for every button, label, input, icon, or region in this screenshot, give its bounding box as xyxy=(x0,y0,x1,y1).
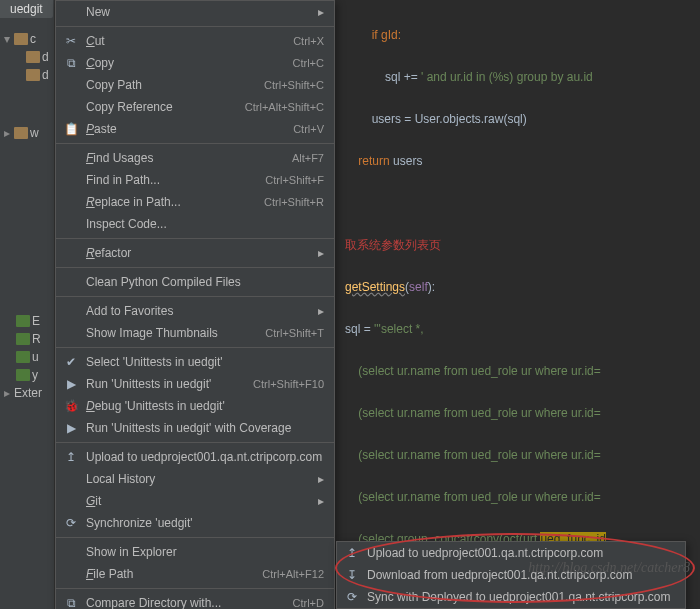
menu-item[interactable]: ↥Upload to uedproject001.qa.nt.ctripcorp… xyxy=(56,446,334,468)
menu-label: Copy Reference xyxy=(86,100,245,114)
menu-item[interactable]: ▶Run 'Unittests in uedgit'Ctrl+Shift+F10 xyxy=(56,373,334,395)
menu-icon xyxy=(62,216,80,232)
menu-item[interactable]: New▸ xyxy=(56,1,334,23)
menu-item[interactable]: Find UsagesAlt+F7 xyxy=(56,147,334,169)
menu-icon xyxy=(62,325,80,341)
menu-item[interactable]: ✔Select 'Unittests in uedgit' xyxy=(56,351,334,373)
menu-item[interactable]: ⧉CopyCtrl+C xyxy=(56,52,334,74)
menu-label: Upload to uedproject001.qa.nt.ctripcorp.… xyxy=(367,546,675,560)
menu-label: Cut xyxy=(86,34,293,48)
menu-item[interactable]: Refactor▸ xyxy=(56,242,334,264)
menu-icon: ⧉ xyxy=(62,55,80,71)
menu-shortcut: Ctrl+C xyxy=(293,57,324,69)
menu-item[interactable]: 📋PasteCtrl+V xyxy=(56,118,334,140)
menu-label: Copy xyxy=(86,56,293,70)
menu-label: Show Image Thumbnails xyxy=(86,326,265,340)
menu-item[interactable]: ⧉Compare Directory with...Ctrl+D xyxy=(56,592,334,609)
menu-icon xyxy=(62,274,80,290)
folder-icon xyxy=(26,51,40,63)
folder-icon xyxy=(14,33,28,45)
menu-shortcut: Ctrl+V xyxy=(293,123,324,135)
menu-label: Compare Directory with... xyxy=(86,596,293,609)
tree-item[interactable]: u xyxy=(0,348,54,366)
menu-item[interactable]: ⟳Sync with Deployed to uedproject001.qa.… xyxy=(337,586,685,608)
menu-label: Find Usages xyxy=(86,151,292,165)
menu-item[interactable]: Inspect Code... xyxy=(56,213,334,235)
file-icon xyxy=(16,333,30,345)
menu-item[interactable]: ⟳Synchronize 'uedgit' xyxy=(56,512,334,534)
menu-label: Synchronize 'uedgit' xyxy=(86,516,324,530)
file-icon xyxy=(16,315,30,327)
tree-item[interactable]: ▸Exter xyxy=(0,384,54,402)
menu-item[interactable]: Add to Favorites▸ xyxy=(56,300,334,322)
menu-item[interactable]: ▶Run 'Unittests in uedgit' with Coverage xyxy=(56,417,334,439)
menu-icon xyxy=(62,471,80,487)
submenu-arrow-icon: ▸ xyxy=(318,304,324,318)
context-menu: New▸✂CutCtrl+X⧉CopyCtrl+CCopy PathCtrl+S… xyxy=(55,0,335,609)
menu-icon xyxy=(62,245,80,261)
submenu-arrow-icon: ▸ xyxy=(318,472,324,486)
menu-icon: 🐞 xyxy=(62,398,80,414)
folder-icon xyxy=(26,69,40,81)
project-tab[interactable]: uedgit xyxy=(0,0,53,18)
menu-label: Copy Path xyxy=(86,78,264,92)
menu-icon: ⧉ xyxy=(62,595,80,609)
watermark: http://blog.csdn.net/catcher8 xyxy=(528,560,690,576)
menu-label: Find in Path... xyxy=(86,173,265,187)
tree-item[interactable]: E xyxy=(0,312,54,330)
menu-label: Upload to uedproject001.qa.nt.ctripcorp.… xyxy=(86,450,324,464)
menu-icon: 📋 xyxy=(62,121,80,137)
menu-shortcut: Ctrl+Shift+R xyxy=(264,196,324,208)
tree-item[interactable]: y xyxy=(0,366,54,384)
menu-shortcut: Ctrl+D xyxy=(293,597,324,609)
submenu-arrow-icon: ▸ xyxy=(318,5,324,19)
tree-item[interactable]: d xyxy=(0,66,54,84)
menu-icon: ▶ xyxy=(62,376,80,392)
menu-item[interactable]: Copy ReferenceCtrl+Alt+Shift+C xyxy=(56,96,334,118)
comment-text: 取系统参数列表页 xyxy=(345,235,700,256)
menu-item[interactable]: Git▸ xyxy=(56,490,334,512)
menu-label: Refactor xyxy=(86,246,314,260)
menu-icon xyxy=(62,493,80,509)
menu-item[interactable]: Replace in Path...Ctrl+Shift+R xyxy=(56,191,334,213)
menu-item[interactable]: Clean Python Compiled Files xyxy=(56,271,334,293)
file-icon xyxy=(16,351,30,363)
menu-icon: ⟳ xyxy=(62,515,80,531)
menu-item[interactable]: ✂CutCtrl+X xyxy=(56,30,334,52)
tree-item[interactable]: d xyxy=(0,48,54,66)
menu-label: Debug 'Unittests in uedgit' xyxy=(86,399,324,413)
menu-label: Git xyxy=(86,494,314,508)
menu-shortcut: Ctrl+Shift+C xyxy=(264,79,324,91)
menu-label: New xyxy=(86,5,314,19)
menu-item[interactable]: Find in Path...Ctrl+Shift+F xyxy=(56,169,334,191)
menu-icon xyxy=(62,99,80,115)
menu-item[interactable]: Copy PathCtrl+Shift+C xyxy=(56,74,334,96)
menu-label: Replace in Path... xyxy=(86,195,264,209)
menu-item[interactable]: File PathCtrl+Alt+F12 xyxy=(56,563,334,585)
menu-item[interactable]: 🐞Debug 'Unittests in uedgit' xyxy=(56,395,334,417)
menu-label: Inspect Code... xyxy=(86,217,324,231)
menu-shortcut: Ctrl+Shift+F xyxy=(265,174,324,186)
tree-item[interactable]: ▾c xyxy=(0,30,54,48)
menu-label: Local History xyxy=(86,472,314,486)
tree-item[interactable]: ▸w xyxy=(0,124,54,142)
menu-shortcut: Ctrl+X xyxy=(293,35,324,47)
menu-icon xyxy=(62,77,80,93)
menu-shortcut: Ctrl+Alt+F12 xyxy=(262,568,324,580)
menu-label: File Path xyxy=(86,567,262,581)
menu-item[interactable]: Show Image ThumbnailsCtrl+Shift+T xyxy=(56,322,334,344)
menu-label: Show in Explorer xyxy=(86,545,324,559)
tree-item[interactable]: R xyxy=(0,330,54,348)
menu-item[interactable]: Show in Explorer xyxy=(56,541,334,563)
menu-icon xyxy=(62,4,80,20)
menu-label: Add to Favorites xyxy=(86,304,314,318)
menu-label: Run 'Unittests in uedgit' with Coverage xyxy=(86,421,324,435)
menu-icon xyxy=(62,566,80,582)
menu-label: Sync with Deployed to uedproject001.qa.n… xyxy=(367,590,675,604)
menu-item[interactable]: Local History▸ xyxy=(56,468,334,490)
menu-icon: ✔ xyxy=(62,354,80,370)
menu-label: Clean Python Compiled Files xyxy=(86,275,324,289)
menu-icon xyxy=(62,303,80,319)
menu-icon: ↥ xyxy=(62,449,80,465)
submenu-arrow-icon: ▸ xyxy=(318,246,324,260)
